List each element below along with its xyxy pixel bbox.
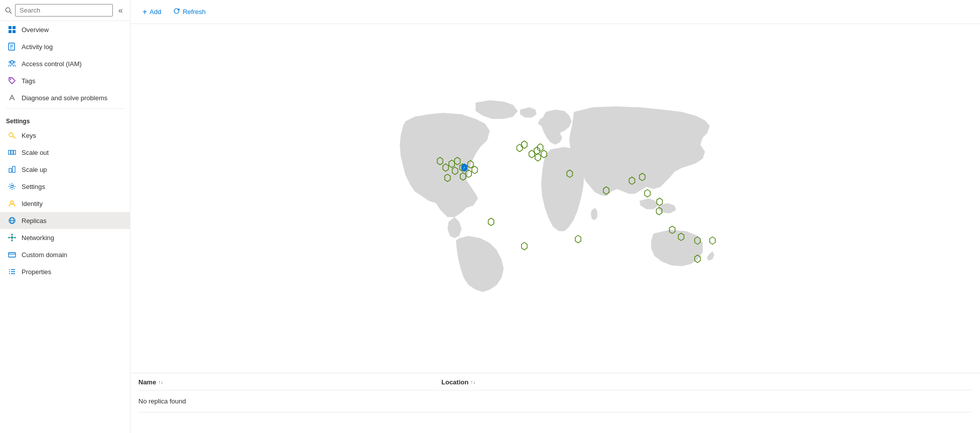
sidebar-item-activity-log[interactable]: Activity log <box>0 38 130 55</box>
sidebar-item-label: Overview <box>22 26 49 34</box>
svg-rect-20 <box>9 168 12 172</box>
svg-point-0 <box>6 8 10 12</box>
networking-icon <box>8 233 17 242</box>
toolbar: + Add Refresh <box>130 0 980 24</box>
sidebar-item-label: Scale up <box>22 166 47 173</box>
sidebar-item-keys[interactable]: Keys <box>0 127 130 144</box>
svg-rect-19 <box>14 150 16 154</box>
col-location-header[interactable]: Location ↑↓ <box>441 378 972 386</box>
sidebar-item-label: Properties <box>22 268 51 276</box>
svg-rect-3 <box>13 26 16 29</box>
sidebar-item-properties[interactable]: Properties <box>0 263 130 280</box>
scale-up-icon <box>8 165 17 174</box>
collapse-button[interactable]: « <box>116 5 125 16</box>
sidebar-item-label: Scale out <box>22 149 49 156</box>
empty-message: No replica found <box>138 390 972 412</box>
custom-domain-icon <box>8 250 17 259</box>
keys-icon <box>8 131 17 140</box>
svg-rect-5 <box>13 30 16 33</box>
svg-rect-36 <box>9 253 16 257</box>
add-icon: + <box>142 8 147 17</box>
svg-rect-18 <box>11 150 13 154</box>
col-name-header[interactable]: Name ↑↓ <box>138 378 439 386</box>
svg-point-27 <box>11 237 13 239</box>
svg-marker-68 <box>644 189 650 197</box>
svg-text:✓: ✓ <box>463 165 466 170</box>
sidebar-item-label: Replicas <box>22 217 47 225</box>
svg-marker-59 <box>529 150 535 158</box>
refresh-icon <box>173 8 180 16</box>
svg-marker-62 <box>541 150 547 158</box>
properties-icon <box>8 267 17 276</box>
sidebar-item-label: Custom domain <box>22 251 67 259</box>
sidebar-item-label: Identity <box>22 200 43 207</box>
overview-icon <box>8 25 17 34</box>
search-icon <box>5 7 12 14</box>
iam-icon <box>8 59 17 68</box>
replicas-table: Name ↑↓ Location ↑↓ No replica found <box>130 373 980 433</box>
refresh-label: Refresh <box>183 8 206 16</box>
col-name-label: Name <box>138 378 156 386</box>
diagnose-icon <box>8 93 17 102</box>
sidebar-item-settings[interactable]: Settings <box>0 178 130 195</box>
svg-point-30 <box>9 237 10 239</box>
tags-icon <box>8 76 17 85</box>
col-location-label: Location <box>441 378 468 386</box>
sidebar: « Overview Activity log Access control (… <box>0 0 130 433</box>
sidebar-item-scale-out[interactable]: Scale out <box>0 144 130 161</box>
sidebar-item-overview[interactable]: Overview <box>0 21 130 38</box>
svg-point-31 <box>15 237 16 239</box>
sidebar-item-label: Networking <box>22 234 54 242</box>
svg-marker-63 <box>535 153 541 161</box>
table-header: Name ↑↓ Location ↑↓ <box>138 373 972 390</box>
sidebar-item-label: Access control (IAM) <box>22 60 82 68</box>
add-button[interactable]: + Add <box>138 5 165 20</box>
svg-point-23 <box>11 201 14 204</box>
svg-marker-77 <box>710 237 715 245</box>
sidebar-item-diagnose[interactable]: Diagnose and solve problems <box>0 89 130 106</box>
identity-icon <box>8 199 17 208</box>
refresh-button[interactable]: Refresh <box>169 5 210 19</box>
svg-marker-73 <box>575 236 581 243</box>
sidebar-item-label: Settings <box>22 183 45 190</box>
settings-icon <box>8 182 17 191</box>
svg-rect-17 <box>9 150 11 154</box>
svg-rect-2 <box>9 26 12 29</box>
world-map-svg: ✓ <box>140 93 970 304</box>
svg-point-28 <box>12 234 13 236</box>
map-area: ✓ <box>130 24 980 373</box>
svg-marker-72 <box>522 243 527 250</box>
svg-rect-21 <box>13 166 15 172</box>
svg-point-22 <box>11 185 14 188</box>
svg-marker-58 <box>522 141 527 148</box>
world-map: ✓ <box>140 29 970 368</box>
scale-out-icon <box>8 148 17 157</box>
sidebar-item-label: Diagnose and solve problems <box>22 94 107 102</box>
sidebar-item-label: Activity log <box>22 43 53 51</box>
svg-rect-4 <box>9 30 12 33</box>
settings-section-header: Settings <box>0 111 130 127</box>
svg-point-29 <box>12 240 13 242</box>
sidebar-search-bar: « <box>0 0 130 21</box>
activity-log-icon <box>8 42 17 51</box>
replicas-icon <box>8 216 17 225</box>
sidebar-item-scale-up[interactable]: Scale up <box>0 161 130 178</box>
name-sort-icon[interactable]: ↑↓ <box>158 379 163 385</box>
sidebar-item-tags[interactable]: Tags <box>0 72 130 89</box>
sidebar-item-custom-domain[interactable]: Custom domain <box>0 246 130 263</box>
svg-marker-53 <box>472 166 477 174</box>
svg-point-14 <box>9 133 13 137</box>
sidebar-item-replicas[interactable]: Replicas <box>0 212 130 229</box>
sidebar-item-networking[interactable]: Networking <box>0 229 130 246</box>
search-input[interactable] <box>15 4 113 17</box>
sidebar-item-label: Tags <box>22 77 35 85</box>
svg-marker-69 <box>657 198 663 205</box>
sidebar-item-iam[interactable]: Access control (IAM) <box>0 55 130 72</box>
main-content: + Add Refresh <box>130 0 980 433</box>
sidebar-item-label: Keys <box>22 132 36 139</box>
sidebar-item-identity[interactable]: Identity <box>0 195 130 212</box>
location-sort-icon[interactable]: ↑↓ <box>470 379 475 385</box>
svg-point-13 <box>10 79 11 80</box>
add-label: Add <box>149 8 161 16</box>
svg-line-1 <box>10 12 12 14</box>
